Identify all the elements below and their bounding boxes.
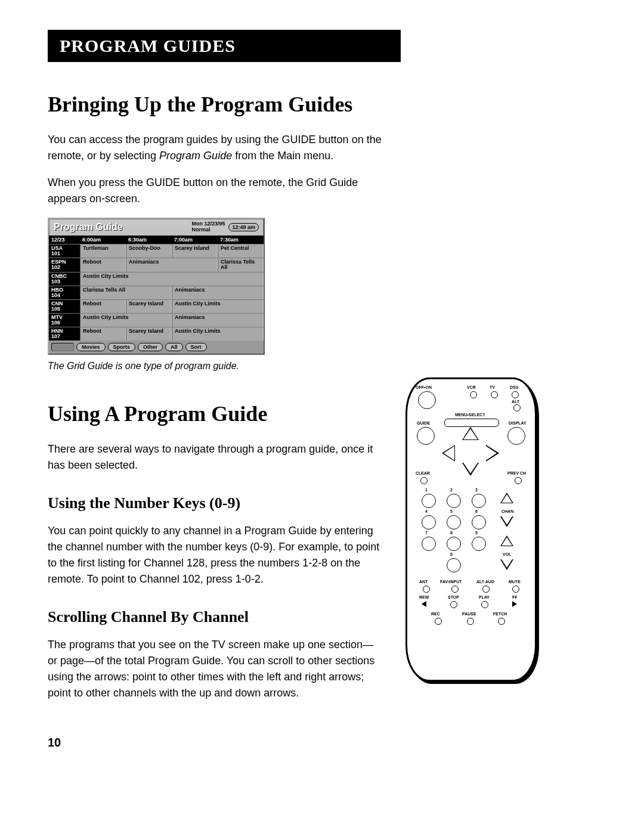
dss-button[interactable] (512, 391, 519, 398)
num-9-button[interactable] (472, 537, 486, 551)
mute-button[interactable] (512, 586, 519, 593)
pg-channel-row: CNBC103Austin City Limits (49, 272, 264, 286)
pg-program-list: RebootScarey IslandAustin City Limits (80, 300, 264, 313)
stop-button[interactable] (450, 601, 457, 608)
ant-button[interactable] (423, 586, 430, 593)
altaud-button[interactable] (482, 586, 490, 593)
pg-channel-cell[interactable]: HNN107 (49, 327, 80, 340)
label-altaud: ALT AUD (476, 580, 494, 584)
pg-program-cell[interactable]: Clarissa Tells All (80, 286, 172, 299)
label-chan: CHAN (501, 509, 513, 513)
label-vcr: VCR (467, 385, 476, 389)
pg-time-2: 7:00am (172, 236, 218, 244)
label-tv: TV (490, 385, 495, 389)
num-3-button[interactable] (472, 494, 486, 508)
label-6: 6 (475, 509, 478, 513)
intro-italic: Program Guide (159, 150, 232, 162)
pg-program-cell[interactable]: Reboot (80, 300, 126, 313)
pg-program-cell[interactable]: Scarey Island (126, 327, 172, 340)
pg-channel-row: HBO104Clarissa Tells AllAnimaniacs (49, 286, 264, 299)
pg-program-cell[interactable]: Reboot (80, 258, 126, 272)
pg-program-cell[interactable]: Reboot (80, 327, 126, 340)
pg-btn-other[interactable]: Other (138, 343, 163, 351)
pg-program-cell[interactable]: Turtleman (80, 244, 126, 258)
pg-channel-cell[interactable]: HBO104 (49, 286, 80, 299)
pg-btn-sort[interactable]: Sort (185, 343, 207, 351)
program-guide-timebar: 12/23 6:00am 6:30am 7:00am 7:30am (49, 236, 264, 244)
pg-program-list: RebootScarey IslandAustin City Limits (80, 327, 264, 340)
play-button[interactable] (481, 601, 488, 608)
pg-channel-cell[interactable]: USA101 (49, 244, 80, 258)
label-5: 5 (450, 509, 453, 513)
label-play: PLAY (479, 595, 490, 599)
guide-caption: The Grid Guide is one type of program gu… (48, 361, 596, 371)
display-button[interactable] (507, 427, 525, 445)
menu-select-button[interactable] (444, 419, 499, 427)
pg-program-cell[interactable]: Austin City Limits (172, 300, 264, 313)
pg-program-cell[interactable]: Pet Central (218, 244, 264, 258)
pg-program-list: Austin City Limits (80, 272, 264, 286)
pg-channel-row: CNN105RebootScarey IslandAustin City Lim… (49, 299, 264, 313)
label-mute: MUTE (509, 580, 521, 584)
program-guide-clock: 12:49 am (228, 223, 259, 231)
fav-button[interactable] (451, 586, 459, 593)
pg-btn-movies[interactable]: Movies (76, 343, 106, 351)
guide-button[interactable] (417, 427, 435, 445)
heading-bringing-up: Bringing Up the Program Guides (48, 92, 596, 117)
pg-time-1: 6:30am (126, 236, 172, 244)
num-0-button[interactable] (447, 558, 461, 572)
pg-program-cell[interactable]: Austin City Limits (80, 314, 172, 327)
pg-time-0: 6:00am (80, 236, 126, 244)
label-4: 4 (425, 509, 428, 513)
pg-program-cell[interactable]: Animaniacs (172, 286, 264, 299)
num-2-button[interactable] (447, 494, 461, 508)
pg-channel-cell[interactable]: CNBC103 (49, 272, 80, 286)
ff-button[interactable] (512, 601, 517, 607)
label-rew: REW (419, 595, 429, 599)
pg-channel-row: HNN107RebootScarey IslandAustin City Lim… (49, 327, 264, 340)
pg-btn-all[interactable]: All (165, 343, 183, 351)
pg-day: 12/23 (49, 236, 80, 244)
label-off-on: OFF•ON (416, 385, 432, 389)
pg-program-cell[interactable]: Scooby-Doo (126, 244, 172, 258)
tv-button[interactable] (491, 391, 498, 398)
label-alt: ALT (512, 400, 519, 404)
num-7-button[interactable] (422, 537, 436, 551)
num-8-button[interactable] (447, 537, 461, 551)
pg-btn-sports[interactable]: Sports (108, 343, 136, 351)
vcr-button[interactable] (470, 391, 477, 398)
pg-channel-cell[interactable]: CNN105 (49, 300, 80, 313)
pg-program-cell[interactable]: Animaniacs (126, 258, 218, 272)
fetch-button[interactable] (498, 618, 505, 625)
label-vol: VOL (503, 552, 511, 556)
pg-channel-cell[interactable]: ESPN102 (49, 258, 80, 272)
pg-program-cell[interactable]: Scarey Island (126, 300, 172, 313)
program-guide-widget: Program Guide Mon 12/23/95 Normal 12:49 … (48, 218, 265, 355)
prevch-button[interactable] (515, 477, 522, 484)
label-guide: GUIDE (417, 421, 430, 425)
pg-program-cell[interactable]: Scarey Island (172, 244, 218, 258)
pg-program-cell[interactable]: Austin City Limits (172, 327, 264, 340)
pg-program-list: RebootAnimaniacsClarissa Tells All (80, 258, 264, 272)
label-0: 0 (450, 552, 453, 556)
heading-number-keys: Using the Number Keys (0-9) (48, 494, 382, 512)
num-6-button[interactable] (472, 515, 486, 529)
alt-button[interactable] (513, 404, 521, 411)
pg-channel-cell[interactable]: MTV106 (49, 314, 80, 327)
rec-button[interactable] (435, 618, 442, 625)
scroll-channel-paragraph: The programs that you see on the TV scre… (48, 637, 382, 701)
label-8: 8 (450, 531, 453, 535)
clear-button[interactable] (420, 477, 428, 484)
pg-program-cell[interactable]: Austin City Limits (80, 272, 264, 286)
rew-button[interactable] (422, 601, 426, 607)
num-1-button[interactable] (422, 494, 436, 508)
num-4-button[interactable] (422, 515, 436, 529)
pg-program-cell[interactable]: Animaniacs (172, 314, 264, 327)
pg-program-cell[interactable]: Clarissa Tells All (218, 258, 264, 272)
pg-program-list: Austin City LimitsAnimaniacs (80, 314, 264, 327)
label-fav: FAV•INPUT (440, 580, 462, 584)
power-button[interactable] (418, 391, 436, 409)
program-guide-date: Mon 12/23/95 Normal (191, 221, 225, 233)
pause-button[interactable] (467, 618, 474, 625)
num-5-button[interactable] (447, 515, 461, 529)
